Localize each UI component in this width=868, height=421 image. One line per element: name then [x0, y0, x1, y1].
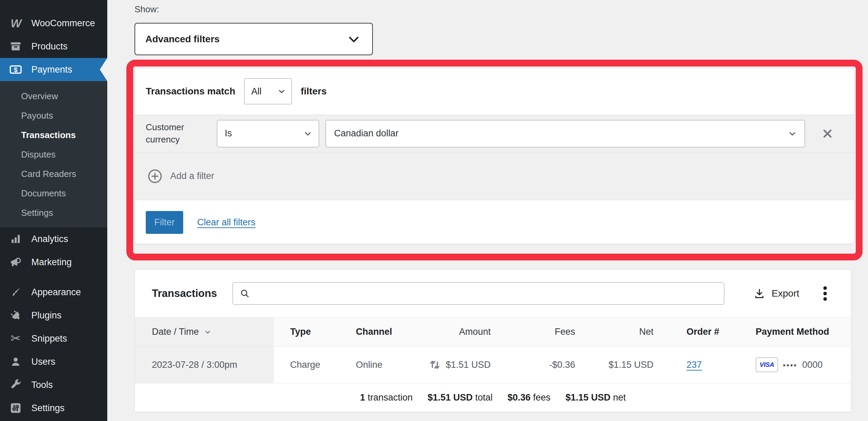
- match-mode-value: All: [251, 86, 262, 97]
- sidebar-item-label: Plugins: [31, 310, 62, 321]
- search-icon: [239, 288, 251, 299]
- sidebar-item-label: Tools: [31, 380, 53, 390]
- sidebar-item-label: Users: [31, 357, 56, 367]
- submenu-item-settings[interactable]: Settings: [0, 203, 107, 223]
- filter-operator-select[interactable]: Is: [217, 120, 319, 147]
- filter-value-select[interactable]: Canadian dollar: [326, 120, 805, 147]
- main-content: Show: Advanced filters Transactions matc…: [107, 0, 868, 421]
- sidebar-separator: [0, 274, 107, 281]
- amount-value: $1.51 USD: [446, 360, 491, 370]
- plugins-icon: [8, 308, 23, 323]
- sidebar-item-tools[interactable]: Tools: [0, 373, 107, 396]
- products-icon: [8, 39, 23, 54]
- chevron-down-icon: [277, 87, 286, 96]
- download-icon: [753, 287, 766, 300]
- summary-fees: $0.36 fees: [507, 392, 550, 403]
- submenu-item-card-readers[interactable]: Card Readers: [0, 164, 107, 184]
- submenu-item-transactions[interactable]: Transactions: [0, 125, 107, 145]
- chevron-down-icon: [303, 129, 313, 138]
- filter-button[interactable]: Filter: [146, 211, 183, 234]
- clear-all-filters-link[interactable]: Clear all filters: [197, 217, 255, 228]
- payments-icon: $: [8, 62, 23, 77]
- close-icon: [821, 127, 834, 140]
- column-header-net: Net: [580, 327, 659, 337]
- sidebar-item-label: Marketing: [31, 257, 72, 268]
- submenu-item-overview[interactable]: Overview: [0, 87, 107, 106]
- tools-icon: [8, 377, 23, 392]
- filter-operator-value: Is: [225, 128, 232, 139]
- admin-sidebar: W WooCommerce Products $ Payments Overvi…: [0, 0, 107, 421]
- filters-view-value: Advanced filters: [145, 34, 220, 45]
- chevron-down-icon: [788, 129, 797, 138]
- add-filter-label: Add a filter: [170, 171, 214, 181]
- visa-card-icon: VISA: [756, 357, 778, 372]
- advanced-filters-panel: Transactions match All filters Customer …: [135, 68, 854, 244]
- sidebar-item-label: Products: [31, 41, 68, 52]
- sidebar-item-users[interactable]: Users: [0, 350, 107, 373]
- sidebar-item-snippets[interactable]: ✂ Snippets: [0, 327, 107, 350]
- sidebar-item-label: Appearance: [31, 287, 81, 298]
- match-prefix-label: Transactions match: [146, 86, 235, 97]
- filter-label: Customer currency: [146, 121, 207, 145]
- export-button[interactable]: Export: [753, 287, 799, 300]
- chevron-down-icon: [347, 32, 361, 46]
- submenu-item-documents[interactable]: Documents: [0, 184, 107, 203]
- sidebar-item-label: Snippets: [31, 333, 67, 344]
- woocommerce-logo-icon: W: [8, 16, 23, 31]
- remove-filter-button[interactable]: [819, 125, 836, 142]
- settings-icon: [8, 401, 23, 416]
- sidebar-item-marketing[interactable]: Marketing: [0, 251, 107, 274]
- sidebar-item-label: WooCommerce: [31, 18, 95, 29]
- sidebar-item-products[interactable]: Products: [0, 35, 107, 58]
- filter-row-customer-currency: Customer currency Is Canadian dollar: [135, 115, 854, 152]
- sidebar-item-appearance[interactable]: Appearance: [0, 281, 107, 304]
- card-last4: 0000: [802, 360, 823, 370]
- column-header-payment-method: Payment Method: [751, 327, 851, 337]
- transactions-search: [233, 282, 724, 305]
- cell-net: $1.15 USD: [580, 360, 659, 370]
- sidebar-item-settings[interactable]: Settings: [0, 396, 107, 420]
- cell-amount: $1.51 USD: [428, 358, 496, 372]
- filters-actions-row: Filter Clear all filters: [135, 200, 854, 244]
- cell-type: Charge: [274, 360, 339, 370]
- filters-list-section: Customer currency Is Canadian dollar: [135, 115, 854, 200]
- filters-view-select[interactable]: Advanced filters: [135, 23, 373, 55]
- kebab-menu-icon: [823, 285, 827, 302]
- column-header-type: Type: [274, 327, 339, 337]
- more-options-button[interactable]: [817, 283, 833, 304]
- submenu-item-payouts[interactable]: Payouts: [0, 106, 107, 125]
- sidebar-item-payments[interactable]: $ Payments: [0, 58, 107, 81]
- sidebar-item-plugins[interactable]: Plugins: [0, 304, 107, 327]
- column-header-order: Order #: [659, 327, 751, 337]
- add-filter-button[interactable]: Add a filter: [135, 152, 854, 200]
- show-label: Show:: [135, 4, 868, 15]
- marketing-icon: [8, 255, 23, 270]
- red-highlight-annotation: Transactions match All filters Customer …: [126, 60, 863, 260]
- payments-submenu: Overview Payouts Transactions Disputes C…: [0, 81, 107, 227]
- submenu-item-disputes[interactable]: Disputes: [0, 145, 107, 164]
- table-header-row: Date / Time Type Channel Amount Fees Net…: [135, 317, 851, 346]
- order-number-link[interactable]: 237: [686, 360, 702, 370]
- column-header-amount: Amount: [428, 327, 496, 337]
- sidebar-item-woocommerce[interactable]: W WooCommerce: [0, 12, 107, 35]
- transactions-card-header: Transactions Export: [135, 270, 851, 317]
- sidebar-item-label: Payments: [31, 64, 72, 75]
- transactions-title: Transactions: [152, 287, 217, 300]
- cell-date-time: 2023-07-28 / 3:00pm: [135, 346, 274, 383]
- summary-count: 1 transaction: [360, 392, 413, 403]
- filters-match-row: Transactions match All filters: [135, 68, 854, 115]
- sidebar-item-analytics[interactable]: Analytics: [0, 227, 107, 251]
- card-masked-dots: ••••: [783, 360, 798, 370]
- transaction-table-row: 2023-07-28 / 3:00pm Charge Online $1.51 …: [135, 346, 851, 384]
- users-icon: [8, 354, 23, 369]
- transactions-summary-row: 1 transaction $1.51 USD total $0.36 fees…: [135, 384, 851, 412]
- export-label: Export: [772, 288, 799, 299]
- match-mode-select[interactable]: All: [244, 78, 292, 104]
- sidebar-item-label: Analytics: [31, 234, 68, 244]
- column-header-date-time[interactable]: Date / Time: [135, 318, 274, 346]
- cell-fees: -$0.36: [496, 360, 580, 370]
- cell-payment-method: VISA •••• 0000: [751, 357, 851, 372]
- plus-circle-icon: [147, 168, 163, 184]
- sort-chevron-icon: [204, 328, 212, 336]
- transactions-search-input[interactable]: [255, 283, 718, 304]
